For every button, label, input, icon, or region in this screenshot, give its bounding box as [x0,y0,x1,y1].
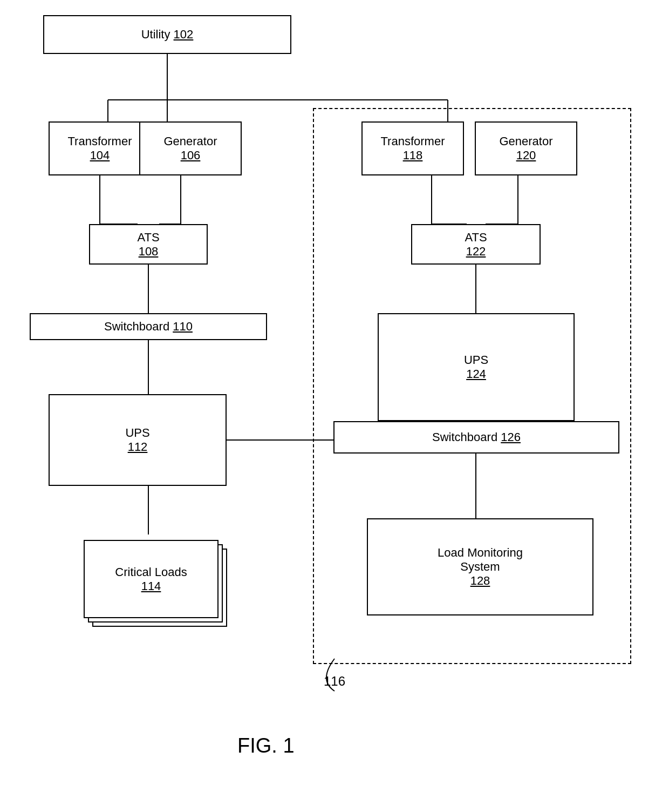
ats-left-box: ATS108 [89,224,208,265]
critical-loads-label: Critical Loads114 [115,565,187,593]
switchboard-right-label: Switchboard 126 [432,430,521,444]
load-monitoring-label: Load MonitoringSystem128 [438,546,523,588]
switchboard-left-box: Switchboard 110 [30,313,267,340]
utility-label: Utility 102 [141,28,194,42]
ups-left-box: UPS112 [49,394,227,486]
utility-box: Utility 102 [43,15,291,54]
generator-left-label: Generator106 [163,134,217,163]
switchboard-right-box: Switchboard 126 [333,421,619,454]
ups-right-label: UPS124 [464,353,488,381]
ats-right-label: ATS122 [465,231,487,259]
figure-label: FIG. 1 [237,734,295,757]
ats-left-label: ATS108 [137,231,159,259]
transformer-left-label: Transformer104 [68,134,132,163]
switchboard-left-label: Switchboard 110 [104,320,193,334]
transformer-left-box: Transformer104 [49,121,151,175]
generator-right-box: Generator120 [475,121,577,175]
ats-right-box: ATS122 [411,224,541,265]
subsystem-label: 116 [324,674,345,689]
load-monitoring-box: Load MonitoringSystem128 [367,518,593,615]
ups-left-label: UPS112 [125,426,149,454]
generator-left-box: Generator106 [139,121,242,175]
transformer-right-label: Transformer118 [381,134,445,163]
ups-right-box: UPS124 [378,313,575,421]
transformer-right-box: Transformer118 [361,121,464,175]
diagram: Utility 102 Transformer104 Generator106 … [0,0,669,812]
generator-right-label: Generator120 [499,134,552,163]
critical-loads-box: Critical Loads114 [84,540,219,618]
